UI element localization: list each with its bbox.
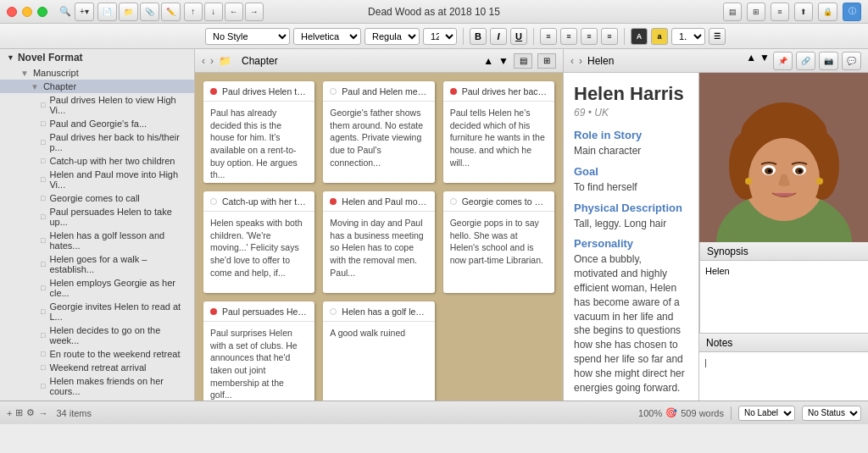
sidebar-group-novel-format[interactable]: ▼ Novel Format — [0, 49, 194, 66]
highlight-btn[interactable]: a — [651, 28, 668, 45]
maximize-button[interactable] — [37, 7, 47, 17]
justify-btn[interactable]: ≡ — [601, 28, 618, 45]
card-body-3: Helen speaks with both children. 'We're … — [203, 212, 314, 284]
weight-select[interactable]: Regular — [364, 28, 420, 45]
toolbar-icon4[interactable]: ✏️ — [161, 3, 181, 21]
lock-btn[interactable]: 🔒 — [818, 3, 837, 21]
sidebar-item-1[interactable]: □ Paul and Georgie's fa... — [0, 117, 194, 130]
sidebar-toggle-btn[interactable]: ▤ — [723, 3, 742, 21]
align-right-btn[interactable]: ≡ — [581, 28, 598, 45]
layout-btn[interactable]: ≡ — [771, 3, 789, 21]
bold-btn[interactable]: B — [470, 28, 487, 45]
folder-icon2: 📁 — [219, 55, 231, 67]
notes-panel: Notes | — [699, 333, 868, 401]
right-nav-next[interactable]: › — [579, 55, 582, 67]
sidebar-item-5[interactable]: □ Georgie comes to call — [0, 191, 194, 205]
card-header-4: Helen and Paul move in... — [323, 191, 434, 212]
notes-content[interactable]: | — [699, 352, 868, 373]
status-select[interactable]: No Status — [802, 406, 861, 421]
line-spacing-select[interactable]: 1.2 — [671, 28, 705, 45]
sidebar-item-12[interactable]: □ En route to the weekend retreat — [0, 347, 194, 361]
sidebar-item-7[interactable]: □ Helen has a golf lesson and hates... — [0, 229, 194, 252]
sidebar-item-11[interactable]: □ Helen decides to go on the week... — [0, 323, 194, 347]
toolbar-icon3[interactable]: 📎 — [140, 3, 159, 21]
index-card-1[interactable]: Paul and Helen meet G...Georgie's father… — [323, 81, 434, 183]
info-btn[interactable]: ⓘ — [843, 3, 861, 21]
sidebar-item-chapter[interactable]: ▼ Chapter — [0, 80, 194, 93]
index-card-0[interactable]: Paul drives Helen to vie...Paul has alre… — [203, 81, 314, 183]
view-btn2[interactable]: ⊞ — [537, 53, 556, 69]
nav-down-icon[interactable]: ▼ — [498, 55, 509, 67]
sidebar-item-4[interactable]: □ Helen and Paul move into High Vi... — [0, 168, 194, 191]
card-dot-0 — [210, 88, 217, 95]
sidebar-item-label-13: Weekend retreat arrival — [49, 362, 146, 373]
chapter-folder-icon: ▼ — [31, 82, 39, 91]
sidebar-item-6[interactable]: □ Paul persuades Helen to take up... — [0, 205, 194, 229]
minimize-button[interactable] — [22, 7, 32, 17]
add-scene-btn[interactable]: + — [7, 408, 12, 418]
sidebar-item-13[interactable]: □ Weekend retreat arrival — [0, 361, 194, 374]
character-portrait — [699, 73, 868, 242]
nav-left-btn[interactable]: ← — [225, 3, 243, 21]
align-left-btn[interactable]: ≡ — [540, 28, 557, 45]
size-select[interactable]: 12 — [423, 28, 457, 45]
toolbar-icon2[interactable]: 📁 — [119, 3, 138, 21]
nav-arrow-down[interactable]: ▼ — [760, 52, 770, 70]
color-btn[interactable]: A — [631, 28, 648, 45]
toolbar-icon1[interactable]: 📄 — [97, 3, 117, 21]
sidebar-item-manuscript[interactable]: ▼ Manuscript — [0, 66, 194, 80]
index-card-2[interactable]: Paul drives her back to...Paul tells Hel… — [443, 81, 554, 183]
sidebar-item-14[interactable]: □ Helen makes friends on her cours... — [0, 374, 194, 398]
list-btn[interactable]: ☰ — [709, 28, 726, 45]
nav-arrow-up[interactable]: ▲ — [746, 52, 756, 70]
view-toggle-btn[interactable]: ⊞ — [747, 3, 765, 21]
sidebar-item-15[interactable]: □ Weekend retreat: the Saturday — [0, 398, 194, 401]
right-panel-btn4[interactable]: 💬 — [842, 52, 861, 70]
nav-down-btn[interactable]: ↓ — [204, 3, 223, 21]
italic-btn[interactable]: I — [490, 28, 507, 45]
share-btn[interactable]: ⬆ — [794, 3, 813, 21]
index-card-5[interactable]: Georgie comes to callGeorgie pops in to … — [443, 191, 554, 293]
index-card-4[interactable]: Helen and Paul move in...Moving in day a… — [323, 191, 434, 293]
nav-up-icon[interactable]: ▲ — [483, 55, 493, 67]
right-panel-btn1[interactable]: 📌 — [773, 52, 793, 70]
synopsis-content[interactable]: Helen — [700, 261, 868, 333]
style-select[interactable]: No Style — [205, 28, 290, 45]
content-nav-prev[interactable]: ‹ — [202, 55, 205, 67]
bottom-sep — [731, 406, 732, 420]
settings-btn[interactable]: ⚙ — [26, 407, 35, 418]
scene-icon-14: □ — [41, 382, 45, 390]
sidebar-item-3[interactable]: □ Catch-up with her two children — [0, 154, 194, 168]
view-btn1[interactable]: ▤ — [514, 53, 532, 69]
move-btn[interactable]: → — [38, 408, 47, 418]
sidebar-item-8[interactable]: □ Helen goes for a walk – establish... — [0, 252, 194, 276]
right-panel-btn3[interactable]: 📷 — [819, 52, 838, 70]
svg-point-15 — [745, 178, 752, 185]
nav-up-btn[interactable]: ↑ — [184, 3, 203, 21]
sidebar-item-label-11: Helen decides to go on the week... — [49, 325, 187, 345]
align-center-btn[interactable]: ≡ — [560, 28, 577, 45]
svg-point-16 — [816, 178, 823, 185]
word-count: 509 words — [681, 408, 724, 418]
label-select[interactable]: No Label — [738, 406, 795, 421]
font-select[interactable]: Helvetica — [293, 28, 361, 45]
right-panel-btn2[interactable]: 🔗 — [796, 52, 815, 70]
character-photo — [699, 73, 868, 242]
underline-btn[interactable]: U — [510, 28, 527, 45]
index-card-6[interactable]: Paul persuades Helen t...Paul surprises … — [203, 301, 314, 401]
close-button[interactable] — [7, 7, 17, 17]
view-mode-btn[interactable]: ⊞ — [15, 407, 23, 418]
sidebar-item-10[interactable]: □ Georgie invites Helen to read at L... — [0, 300, 194, 323]
notes-header: Notes — [699, 334, 868, 352]
content-area: ‹ › 📁 Chapter ▲ ▼ ▤ ⊞ Paul drives Helen … — [195, 49, 563, 401]
index-card-3[interactable]: Catch-up with her two...Helen speaks wit… — [203, 191, 314, 293]
nav-right-btn[interactable]: → — [245, 3, 264, 21]
right-nav-prev[interactable]: ‹ — [570, 55, 574, 67]
sidebar-item-9[interactable]: □ Helen employs Georgie as her cle... — [0, 276, 194, 300]
sidebar-item-2[interactable]: □ Paul drives her back to his/their p... — [0, 130, 194, 154]
index-card-7[interactable]: Helen has a golf lesson...A good walk ru… — [323, 301, 434, 401]
sidebar-item-0[interactable]: □ Paul drives Helen to view High Vi... — [0, 93, 194, 117]
role-label: Role in Story — [574, 129, 688, 141]
content-nav-next[interactable]: › — [210, 55, 214, 67]
add-button[interactable]: +▾ — [75, 3, 94, 21]
